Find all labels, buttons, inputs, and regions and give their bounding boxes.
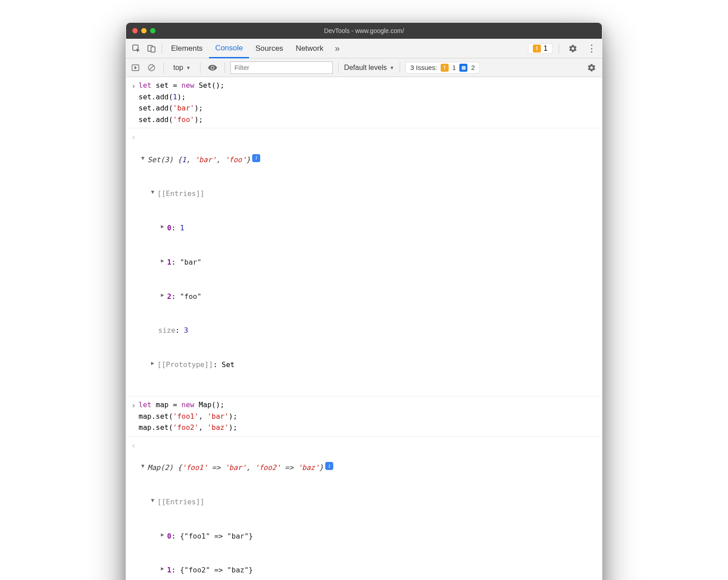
separator <box>559 43 559 54</box>
object-tree[interactable]: Set(3) {1, 'bar', 'foo'} i [[Entries]] 0… <box>139 131 260 393</box>
console-output-group: Set(3) {1, 'bar', 'foo'} i [[Entries]] 0… <box>126 128 602 396</box>
info-badge-icon[interactable]: i <box>325 462 333 470</box>
separator <box>162 43 162 54</box>
output-chevron-icon <box>129 439 139 580</box>
settings-gear-icon[interactable] <box>565 41 581 56</box>
console-settings-gear-icon[interactable] <box>584 60 599 75</box>
filter-input[interactable] <box>230 61 333 74</box>
svg-line-5 <box>149 65 154 70</box>
issues-info-count: 2 <box>471 64 474 71</box>
levels-label: Default levels <box>344 64 387 72</box>
minimize-icon[interactable] <box>141 28 147 33</box>
tab-console[interactable]: Console <box>209 39 249 58</box>
separator <box>338 62 339 73</box>
console-toolbar: top ▼ Default levels ▼ 3 Issues: ! 1 ▤ 2 <box>126 58 602 77</box>
console-input-group: let map = new Map(); map.set('foo1', 'ba… <box>126 396 602 437</box>
toggle-sidebar-icon[interactable] <box>129 61 142 74</box>
console-input-group: let set = new Set(); set.add(1); set.add… <box>126 77 602 128</box>
traffic-lights <box>132 28 155 33</box>
disclose-icon[interactable] <box>161 222 167 231</box>
close-icon[interactable] <box>132 28 138 33</box>
console-code[interactable]: let map = new Map(); map.set('foo1', 'ba… <box>139 399 237 433</box>
entries-label: [[Entries]] <box>157 188 204 200</box>
log-levels-selector[interactable]: Default levels ▼ <box>344 64 394 72</box>
output-chevron-icon <box>129 131 139 393</box>
issues-counter[interactable]: 3 Issues: ! 1 ▤ 2 <box>405 62 480 74</box>
disclose-icon[interactable] <box>141 154 147 163</box>
disclose-icon[interactable] <box>141 462 147 470</box>
entries-label: [[Entries]] <box>157 496 204 508</box>
warnings-count: 1 <box>544 45 548 53</box>
disclose-icon[interactable] <box>151 188 157 196</box>
info-icon: ▤ <box>459 64 467 72</box>
console-output-group: Map(2) {'foo1' => 'bar', 'foo2' => 'baz'… <box>126 437 602 580</box>
panel-tabstrip: Elements Console Sources Network » ! 1 ⋮ <box>126 39 602 58</box>
warnings-pill[interactable]: ! 1 <box>528 43 552 54</box>
disclose-icon[interactable] <box>151 496 157 505</box>
separator <box>400 62 400 73</box>
clear-console-icon[interactable] <box>145 61 158 74</box>
kebab-menu-icon[interactable]: ⋮ <box>584 41 599 56</box>
dropdown-icon: ▼ <box>186 65 191 70</box>
separator <box>200 62 200 73</box>
context-selector[interactable]: top ▼ <box>169 61 195 74</box>
input-chevron-icon <box>129 399 139 433</box>
tab-network[interactable]: Network <box>290 39 330 58</box>
inspect-element-icon[interactable] <box>129 41 144 56</box>
devtools-window: DevTools - www.google.com/ Elements Cons… <box>126 22 602 580</box>
warning-icon: ! <box>441 64 449 72</box>
warning-icon: ! <box>533 45 541 53</box>
issues-warn-count: 1 <box>452 64 456 71</box>
disclose-icon[interactable] <box>161 564 167 573</box>
separator <box>225 62 225 73</box>
disclose-icon[interactable] <box>161 531 167 539</box>
zoom-icon[interactable] <box>150 28 155 33</box>
console-output: let set = new Set(); set.add(1); set.add… <box>126 77 602 580</box>
disclose-icon[interactable] <box>161 291 167 299</box>
more-tabs-icon[interactable]: » <box>330 41 345 56</box>
info-badge-icon[interactable]: i <box>252 154 260 162</box>
live-expression-eye-icon[interactable] <box>206 61 219 74</box>
disclose-icon[interactable] <box>161 257 167 265</box>
console-code[interactable]: let set = new Set(); set.add(1); set.add… <box>139 80 225 125</box>
tab-sources[interactable]: Sources <box>249 39 289 58</box>
input-chevron-icon <box>129 80 139 125</box>
context-label: top <box>173 64 183 72</box>
tab-elements[interactable]: Elements <box>165 39 209 58</box>
svg-rect-2 <box>151 47 155 52</box>
object-tree[interactable]: Map(2) {'foo1' => 'bar', 'foo2' => 'baz'… <box>139 439 333 580</box>
disclose-icon[interactable] <box>151 359 157 368</box>
device-toolbar-icon[interactable] <box>144 41 159 56</box>
separator <box>164 62 164 73</box>
issues-label: 3 Issues: <box>410 64 437 71</box>
titlebar: DevTools - www.google.com/ <box>126 23 602 39</box>
dropdown-icon: ▼ <box>389 65 394 70</box>
window-title: DevTools - www.google.com/ <box>126 27 602 34</box>
